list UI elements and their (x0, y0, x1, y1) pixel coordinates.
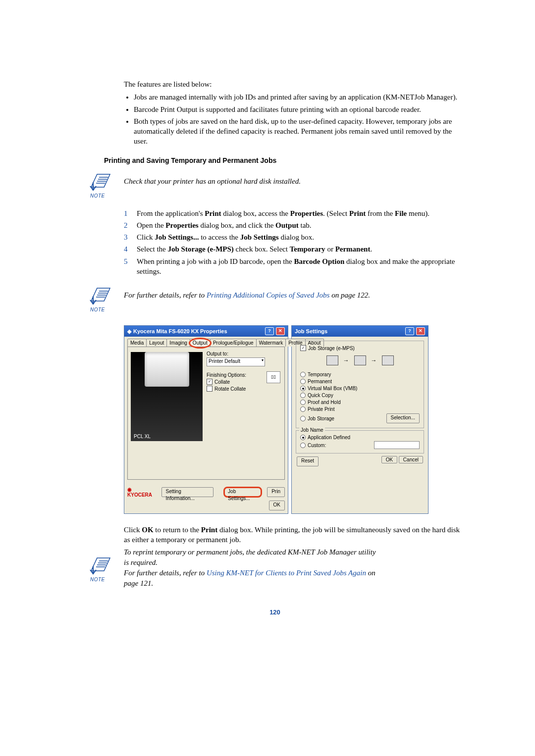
tab-imaging[interactable]: Imaging (166, 339, 190, 347)
radio-private[interactable] (300, 406, 306, 412)
step-text: Select the Job Storage (e-MPS) check box… (137, 244, 461, 254)
radio-jobstorage[interactable] (300, 416, 306, 421)
step-text: From the application's Print dialog box,… (137, 208, 461, 218)
step-text: Click Job Settings... to access the Job … (137, 232, 461, 242)
reset-button[interactable]: Reset (297, 456, 319, 466)
printer-icon (354, 355, 366, 365)
help-icon[interactable]: ? (405, 327, 414, 335)
step-row: 2 Open the Properties dialog box, and cl… (124, 220, 461, 230)
steps-list: 1 From the application's Print dialog bo… (124, 208, 461, 277)
step-number: 2 (124, 220, 137, 230)
collate-checkbox[interactable]: ✓ (207, 379, 213, 385)
note-text: To reprint temporary or permanent jobs, … (124, 547, 381, 589)
selection-button[interactable]: Selection... (386, 413, 420, 423)
tab-media[interactable]: Media (127, 339, 147, 347)
note-block: NOTE Check that your printer has an opti… (89, 171, 461, 199)
help-icon[interactable]: ? (265, 327, 274, 335)
bullet-item: Jobs are managed internally with job IDs… (134, 92, 461, 102)
close-icon[interactable]: ✕ (276, 327, 285, 335)
finishing-label: Finishing Options: (207, 372, 267, 378)
after-shot-text: Click OK to return to the Print dialog b… (124, 525, 461, 545)
cancel-button[interactable]: Cancel (399, 456, 423, 463)
step-number: 4 (124, 244, 137, 254)
screenshot-figure: ◆ Kyocera Mita FS-6020 KX Properties ? ✕… (124, 325, 461, 514)
intro-block: The features are listed below: Jobs are … (124, 79, 461, 147)
tab-watermark[interactable]: Watermark (256, 339, 286, 347)
setting-info-button[interactable]: Setting Information... (161, 487, 214, 497)
output-to-combo[interactable]: Printer Default (207, 357, 265, 366)
svg-marker-6 (91, 288, 110, 301)
step-row: 3 Click Job Settings... to access the Jo… (124, 232, 461, 242)
bullet-item: Barcode Print Output is supported and fa… (134, 104, 461, 114)
group-title: Job Name (299, 427, 325, 433)
xref-link[interactable]: Printing Additional Copies of Saved Jobs (207, 291, 329, 299)
step-row: 1 From the application's Print dialog bo… (124, 208, 461, 218)
tab-layout[interactable]: Layout (146, 339, 167, 347)
collate-label: Collate (214, 379, 230, 385)
section-heading: Printing and Saving Temporary and Perman… (104, 156, 461, 164)
close-icon[interactable]: ✕ (416, 327, 425, 335)
step-row: 5 When printing a job with a job ID barc… (124, 256, 461, 277)
step-text: Open the Properties dialog box, and clic… (137, 220, 461, 230)
svg-marker-12 (91, 558, 110, 571)
job-settings-dialog: Job Settings ? ✕ ✓ Job Storage (e-MPS) →… (291, 325, 428, 514)
ok-button[interactable]: OK (381, 456, 397, 463)
step-number: 3 (124, 232, 137, 242)
radio-vmb[interactable] (300, 386, 306, 391)
printer-preview: PCL XL (131, 352, 203, 441)
radio-temporary[interactable] (300, 372, 306, 377)
bullet-item: Both types of jobs are saved on the hard… (134, 116, 461, 147)
titlebar[interactable]: Job Settings ? ✕ (292, 326, 428, 337)
radio-appdefined[interactable] (300, 435, 306, 440)
note-text: Check that your printer has an optional … (124, 176, 301, 187)
note-icon (89, 285, 113, 308)
svg-marker-0 (91, 174, 110, 187)
print-button[interactable]: Prin (267, 487, 285, 497)
pcl-label: PCL XL (134, 434, 151, 439)
workflow-icon: → → (300, 353, 420, 368)
step-number: 1 (124, 208, 137, 218)
step-number: 5 (124, 256, 137, 277)
feature-bullets: Jobs are managed internally with job IDs… (124, 92, 461, 146)
tabstrip: Media Layout Imaging Output Prologue/Epi… (127, 339, 285, 347)
radio-proofhold[interactable] (300, 400, 306, 405)
printer-image-icon (145, 352, 189, 387)
step-text: When printing a job with a job ID barcod… (137, 256, 461, 277)
properties-dialog: ◆ Kyocera Mita FS-6020 KX Properties ? ✕… (124, 325, 288, 514)
tab-output[interactable]: Output (190, 339, 211, 347)
radio-custom[interactable] (300, 443, 306, 448)
radio-quickcopy[interactable] (300, 393, 306, 398)
rotate-label: Rotate Collate (214, 386, 246, 392)
job-storage-checkbox[interactable]: ✓ (300, 345, 306, 351)
rotate-checkbox[interactable] (207, 386, 213, 392)
kyocera-logo-icon: ◉ KYOCERA (127, 487, 157, 498)
output-to-label: Output to: (207, 351, 281, 356)
app-icon: ◆ (127, 328, 131, 335)
xref-link[interactable]: Using KM-NET for Clients to Print Saved … (207, 569, 366, 577)
output-icon (382, 355, 394, 365)
step-row: 4 Select the Job Storage (e-MPS) check b… (124, 244, 461, 254)
job-settings-button[interactable]: Job Settings... (223, 487, 262, 498)
radio-permanent[interactable] (300, 379, 306, 384)
window-title: Job Settings (295, 328, 327, 334)
note-text: For further details, refer to Printing A… (124, 290, 370, 301)
intro-text: The features are listed below: (124, 79, 461, 89)
job-storage-label: Job Storage (e-MPS) (308, 346, 355, 351)
note-icon (89, 171, 113, 194)
custom-name-input[interactable] (374, 441, 420, 449)
note-block: NOTE For further details, refer to Print… (89, 285, 461, 312)
titlebar[interactable]: ◆ Kyocera Mita FS-6020 KX Properties ? ✕ (124, 326, 288, 337)
page-number: 120 (89, 608, 461, 616)
note-icon (89, 555, 113, 578)
window-title: Kyocera Mita FS-6020 KX Properties (133, 328, 227, 334)
collate-icon: ▯▯ (267, 371, 280, 383)
note-block: NOTE To reprint temporary or permanent j… (89, 547, 461, 589)
ok-button[interactable]: OK (269, 501, 285, 510)
tab-prologue[interactable]: Prologue/Epilogue (210, 339, 257, 347)
pc-icon (326, 355, 338, 365)
